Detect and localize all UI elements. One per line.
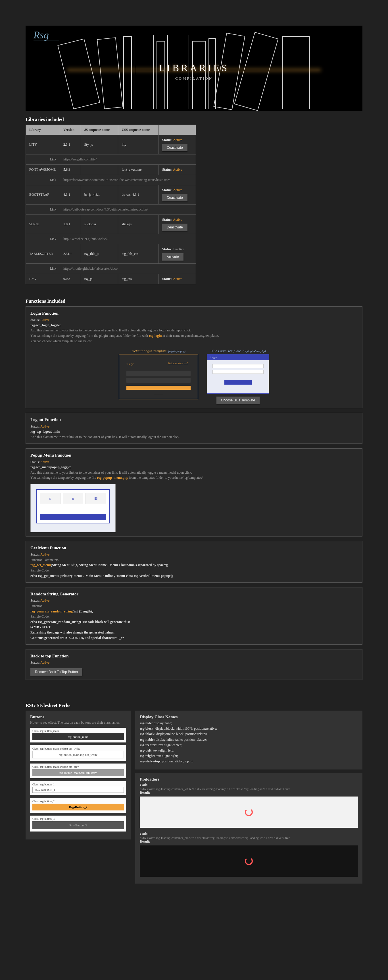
display-classes-card: Display Class Names rsg-hide: display:no… bbox=[135, 711, 363, 770]
th-library: Library bbox=[26, 125, 60, 135]
table-link-row: Linkhttps://fontawesome.com/how-to-use/o… bbox=[26, 175, 196, 185]
libraries-heading: Libraries included bbox=[25, 117, 363, 123]
table-row: LITY2.3.1lity_jslityStatus: ActiveDeacti… bbox=[26, 135, 196, 154]
rsg-button-gray[interactable]: rsg-button_main.rsg-btn_gray bbox=[32, 769, 124, 776]
table-link-row: Linkhttps://getbootstrap.com/docs/4.3/ge… bbox=[26, 205, 196, 215]
default-template-title: Default Login Template bbox=[131, 349, 166, 353]
rsg-button-main[interactable]: rsg-button_main bbox=[32, 733, 124, 740]
login-status: Active bbox=[40, 318, 49, 322]
banner-title: LIBRARIES bbox=[25, 63, 363, 73]
table-link-row: Linkhttp://kenwheeler.github.io/slick/ bbox=[26, 234, 196, 244]
library-link[interactable]: https://fontawesome.com/how-to-use/on-th… bbox=[63, 178, 170, 182]
svg-rect-4 bbox=[157, 41, 165, 109]
default-template-preview: •Login Not a member yet? ────── bbox=[119, 354, 198, 399]
backtop-card: Back to top Function Status: Active Remo… bbox=[25, 649, 363, 680]
rsg-button-3[interactable]: Rsg-Button_3 bbox=[32, 821, 124, 829]
blue-template-title: Blue Login Template bbox=[210, 349, 241, 353]
login-card: Login Function Status: Active rsg-wp_log… bbox=[25, 306, 363, 408]
table-row: BOOTSTRAP4.3.1bs_js_4.3.1bs_css_4.3.1Sta… bbox=[26, 185, 196, 205]
preloaders-card: Preloaders Code: < div class="rsg-loadin… bbox=[135, 773, 363, 884]
deactivate-button[interactable]: Deactivate bbox=[162, 144, 187, 151]
preloader-black bbox=[140, 845, 358, 877]
getmenu-card: Get Menu Function Status: Active Functio… bbox=[25, 541, 363, 582]
perks-heading: RSG Stylesheet Perks bbox=[25, 703, 363, 708]
table-row: TABLESORTER2.31.1rsg_tbls_jsrsg_tbls_css… bbox=[26, 244, 196, 264]
activate-button[interactable]: Activate bbox=[162, 253, 184, 261]
library-link[interactable]: https://getbootstrap.com/docs/4.3/gettin… bbox=[63, 207, 148, 212]
remove-backtop-button[interactable]: Remove Back To Top Button bbox=[30, 668, 82, 676]
table-row: FONT AWESOME5.6.3font_awesomeStatus: Act… bbox=[26, 165, 196, 175]
popup-card: Popup Menu Function Status: Active rsg-w… bbox=[25, 448, 363, 536]
login-title: Login Function bbox=[30, 310, 358, 317]
home-icon: ⌂ bbox=[40, 493, 60, 504]
logout-title: Logout Function bbox=[30, 417, 358, 423]
th-status bbox=[158, 125, 196, 135]
svg-rect-7 bbox=[209, 38, 215, 109]
library-link[interactable]: https://mottie.github.io/tablesorter/doc… bbox=[63, 267, 118, 270]
buttons-card: Buttons Hover to see effect. The text on… bbox=[25, 711, 131, 840]
user-icon: ▲ bbox=[63, 493, 84, 504]
library-link[interactable]: http://kenwheeler.github.io/slick/ bbox=[63, 237, 109, 241]
popup-title: Popup Menu Function bbox=[30, 452, 358, 458]
table-link-row: Linkhttps://sorgalla.com/lity/ bbox=[26, 154, 196, 165]
logout-card: Logout Function Status: Active rsg_wp_lo… bbox=[25, 413, 363, 444]
table-row: SLICK1.8.1slick-cssslick-jsStatus: Activ… bbox=[26, 215, 196, 234]
rsg-button-2[interactable]: Rsg-Button_2 bbox=[32, 803, 124, 810]
th-js: JS enqueue name bbox=[81, 125, 118, 135]
status-label: Status: bbox=[30, 318, 40, 322]
functions-heading: Functions Included bbox=[25, 298, 363, 304]
login-class: rsg-wp_login_toggle: bbox=[30, 323, 61, 327]
banner-sub: COMPILATION bbox=[25, 76, 363, 81]
grid-icon: ▦ bbox=[86, 493, 106, 504]
svg-rect-0 bbox=[58, 39, 100, 109]
library-link[interactable]: https://sorgalla.com/lity/ bbox=[63, 158, 97, 161]
rsg-button-1[interactable]: RSG-BUTTON_1 bbox=[32, 787, 124, 793]
th-css: CSS enqueue name bbox=[118, 125, 159, 135]
deactivate-button[interactable]: Deactivate bbox=[162, 224, 187, 231]
svg-rect-6 bbox=[193, 41, 205, 109]
preloader-white bbox=[140, 797, 358, 828]
rsg-button-white[interactable]: rsg-button_main.rsg-btn_white bbox=[32, 751, 124, 759]
popup-preview: ⌂ ▲ ▦ bbox=[30, 484, 116, 532]
random-card: Random String Generator Status: Active F… bbox=[25, 587, 363, 644]
login-desc1: Add this class name to your link or to t… bbox=[30, 328, 358, 333]
table-link-row: Linkhttps://mottie.github.io/tablesorter… bbox=[26, 264, 196, 274]
blue-template-preview: •Login bbox=[207, 354, 269, 394]
th-version: Version bbox=[60, 125, 81, 135]
deactivate-button[interactable]: Deactivate bbox=[162, 194, 187, 201]
choose-blue-template-button[interactable]: Choose Blue Template bbox=[217, 396, 260, 404]
libraries-table: Library Version JS enqueue name CSS enqu… bbox=[25, 125, 196, 284]
table-row: RSG0.0.3rsg_jsrsg_cssStatus: Active bbox=[26, 274, 196, 284]
banner: Rsg LIBRARIES COMPILATION bbox=[25, 25, 363, 111]
